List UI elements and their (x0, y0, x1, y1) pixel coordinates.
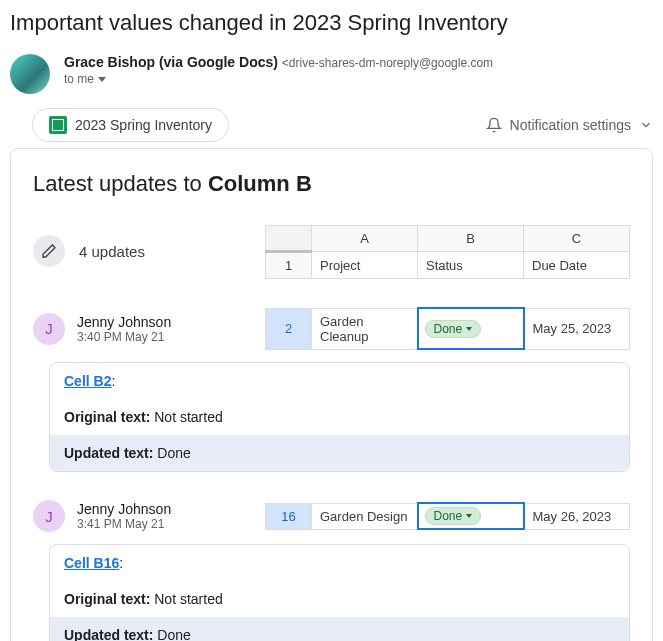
col-header-b: B (418, 226, 524, 252)
cell-status-selected: Done (418, 503, 524, 529)
cell-link[interactable]: Cell B16 (64, 555, 119, 571)
status-label: Done (434, 509, 463, 523)
sender-name: Grace Bishop (via Google Docs) (64, 54, 278, 70)
to-label: to me (64, 72, 94, 86)
user-avatar: J (33, 313, 65, 345)
change-box: Cell B2: Original text: Not started Upda… (49, 362, 630, 472)
header-cell: Status (418, 252, 524, 279)
original-text-row: Original text: Not started (50, 399, 629, 435)
sender-avatar (10, 54, 50, 94)
updates-card: Latest updates to Column B 4 updates A B… (10, 148, 653, 641)
user-box: J Jenny Johnson 3:40 PM May 21 (33, 313, 171, 345)
col-header-c: C (524, 226, 630, 252)
user-box: J Jenny Johnson 3:41 PM May 21 (33, 500, 171, 532)
row-table: 16 Garden Design Done May 26, 2023 (265, 502, 630, 530)
updated-label: Updated text: (64, 445, 153, 461)
notification-settings-label: Notification settings (510, 117, 631, 133)
cell-ref-row: Cell B16: (50, 545, 629, 581)
user-avatar: J (33, 500, 65, 532)
table-corner (266, 226, 312, 252)
recipient-dropdown[interactable]: to me (64, 72, 493, 86)
status-label: Done (434, 322, 463, 336)
bell-icon (486, 117, 502, 133)
latest-column: Column B (208, 171, 312, 196)
updated-value: Done (153, 445, 190, 461)
sender-line: Grace Bishop (via Google Docs) <drive-sh… (64, 54, 493, 70)
original-label: Original text: (64, 409, 150, 425)
cell-status-selected: Done (418, 308, 524, 349)
chevron-down-icon (98, 77, 106, 82)
update-block: J Jenny Johnson 3:41 PM May 21 16 Garden… (33, 500, 630, 641)
cell-link[interactable]: Cell B2 (64, 373, 111, 389)
row-number-selected: 2 (266, 308, 312, 349)
latest-prefix: Latest updates to (33, 171, 208, 196)
updates-count-label: 4 updates (79, 243, 145, 260)
sheets-icon (49, 116, 67, 134)
chevron-down-icon (466, 327, 472, 331)
user-name: Jenny Johnson (77, 314, 171, 330)
cell-project: Garden Design (312, 503, 418, 529)
header-cell: Project (312, 252, 418, 279)
header-table: A B C 1 Project Status Due Date (265, 225, 630, 279)
chevron-down-icon (639, 118, 653, 132)
document-chip[interactable]: 2023 Spring Inventory (32, 108, 229, 142)
chevron-down-icon (466, 514, 472, 518)
update-time: 3:41 PM May 21 (77, 517, 171, 531)
row-number-selected: 16 (266, 503, 312, 529)
row-table: 2 Garden Cleanup Done May 25, 2023 (265, 307, 630, 350)
row-number: 1 (266, 252, 312, 279)
change-box: Cell B16: Original text: Not started Upd… (49, 544, 630, 641)
updates-count: 4 updates (33, 235, 145, 267)
cell-duedate: May 26, 2023 (524, 503, 630, 529)
top-bar: 2023 Spring Inventory Notification setti… (10, 108, 653, 142)
sender-email: <drive-shares-dm-noreply@google.com (282, 56, 493, 70)
original-label: Original text: (64, 591, 150, 607)
page-title: Important values changed in 2023 Spring … (10, 10, 653, 36)
status-chip[interactable]: Done (425, 320, 482, 338)
updated-label: Updated text: (64, 627, 153, 641)
cell-project: Garden Cleanup (312, 308, 418, 349)
notification-settings[interactable]: Notification settings (486, 117, 653, 133)
header-cell: Due Date (524, 252, 630, 279)
sender-row: Grace Bishop (via Google Docs) <drive-sh… (10, 54, 653, 94)
status-chip[interactable]: Done (425, 507, 482, 525)
update-header: J Jenny Johnson 3:41 PM May 21 16 Garden… (33, 500, 630, 532)
latest-heading: Latest updates to Column B (33, 171, 630, 197)
document-chip-label: 2023 Spring Inventory (75, 117, 212, 133)
updated-text-row: Updated text: Done (50, 435, 629, 471)
cell-duedate: May 25, 2023 (524, 308, 630, 349)
original-text-row: Original text: Not started (50, 581, 629, 617)
colon: : (119, 555, 123, 571)
original-value: Not started (150, 591, 222, 607)
summary-row: 4 updates A B C 1 Project Status Due Dat… (33, 225, 630, 279)
updated-value: Done (153, 627, 190, 641)
original-value: Not started (150, 409, 222, 425)
pencil-icon (33, 235, 65, 267)
cell-ref-row: Cell B2: (50, 363, 629, 399)
col-header-a: A (312, 226, 418, 252)
user-name: Jenny Johnson (77, 501, 171, 517)
update-header: J Jenny Johnson 3:40 PM May 21 2 Garden … (33, 307, 630, 350)
updated-text-row: Updated text: Done (50, 617, 629, 641)
update-block: J Jenny Johnson 3:40 PM May 21 2 Garden … (33, 307, 630, 472)
colon: : (111, 373, 115, 389)
update-time: 3:40 PM May 21 (77, 330, 171, 344)
